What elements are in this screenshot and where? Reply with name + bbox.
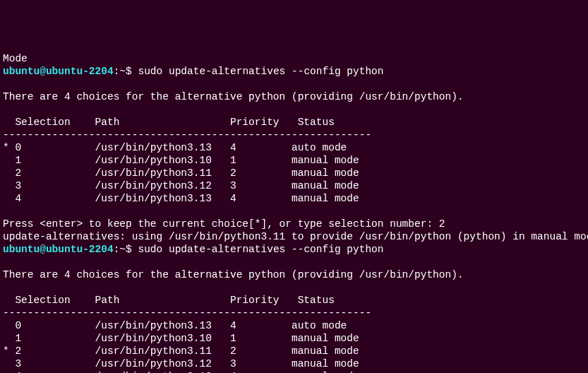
table-divider-1: ----------------------------------------… <box>3 129 371 141</box>
prompt-host: ubuntu-2204 <box>46 244 114 255</box>
prompt-path: ~ <box>119 66 126 77</box>
table-row: * 2 /usr/bin/python3.11 2 manual mode <box>3 345 359 357</box>
prompt-dollar: $ <box>126 244 132 255</box>
prompt-dollar: $ <box>126 66 132 77</box>
prompt-path: ~ <box>119 244 126 255</box>
press-enter-1: Press <enter> to keep the current choice… <box>3 218 445 230</box>
prompt-user: ubuntu <box>3 66 40 77</box>
prompt-host: ubuntu-2204 <box>46 66 114 77</box>
prompt-user: ubuntu <box>3 244 40 255</box>
table-row: 3 /usr/bin/python3.12 3 manual mode <box>3 180 359 191</box>
table-row: * 0 /usr/bin/python3.13 4 auto mode <box>3 142 347 153</box>
update-result: update-alternatives: using /usr/bin/pyth… <box>3 231 588 242</box>
table-row: 1 /usr/bin/python3.10 1 manual mode <box>3 155 359 166</box>
table-row: 4 /usr/bin/python3.13 4 manual mode <box>3 193 359 204</box>
table-row: 1 /usr/bin/python3.10 1 manual mode <box>3 333 359 344</box>
command-2: sudo update-alternatives --config python <box>138 244 383 255</box>
table-row: 3 /usr/bin/python3.12 3 manual mode <box>3 358 359 369</box>
table-header-2: Selection Path Priority Status <box>3 295 335 306</box>
output-intro-2: There are 4 choices for the alternative … <box>3 269 464 280</box>
command-1: sudo update-alternatives --config python <box>138 66 383 77</box>
table-row: 2 /usr/bin/python3.11 2 manual mode <box>3 167 359 179</box>
prompt-line-2[interactable]: ubuntu@ubuntu-2204:~$ sudo update-altern… <box>3 243 585 256</box>
output-intro-1: There are 4 choices for the alternative … <box>3 91 464 102</box>
prompt-line-1[interactable]: ubuntu@ubuntu-2204:~$ sudo update-altern… <box>3 65 585 78</box>
prompt-at: @ <box>40 66 46 77</box>
prompt-at: @ <box>40 244 46 255</box>
table-row: 0 /usr/bin/python3.13 4 auto mode <box>3 320 347 331</box>
partial-line: Mode <box>3 53 28 64</box>
table-divider-2: ----------------------------------------… <box>3 307 371 319</box>
table-header-1: Selection Path Priority Status <box>3 117 335 128</box>
